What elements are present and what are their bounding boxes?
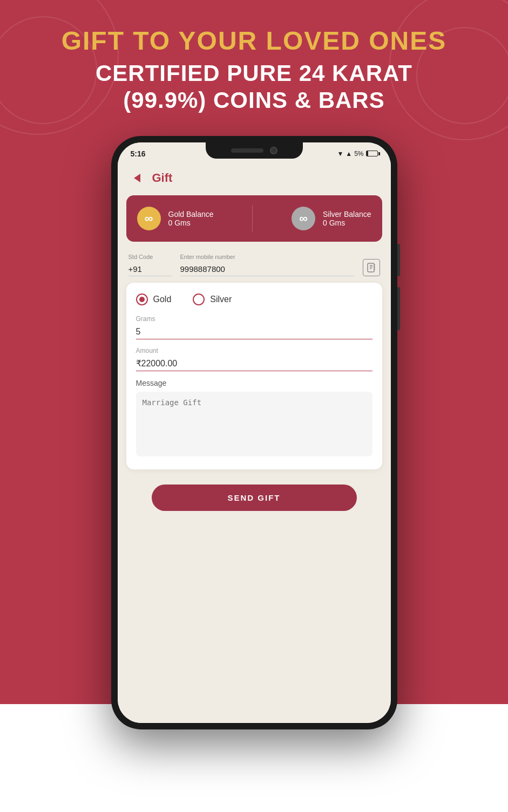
svg-rect-0 — [368, 263, 374, 272]
phone-wrapper: 5:16 ▼ ▲ 5% Gift — [0, 136, 508, 729]
gold-radio-outer — [136, 294, 148, 305]
gold-radio-item[interactable]: Gold — [136, 294, 172, 305]
balance-divider — [252, 205, 253, 232]
std-code-wrapper: Std Code — [128, 254, 172, 276]
gold-radio-label: Gold — [153, 295, 172, 304]
back-button[interactable] — [128, 169, 146, 187]
battery-percent: 5% — [354, 150, 363, 158]
phone-screen: 5:16 ▼ ▲ 5% Gift — [118, 142, 391, 723]
notch-camera — [270, 147, 277, 154]
gift-options-card: Gold Silver Grams — [126, 283, 382, 469]
grams-field: Grams — [136, 315, 372, 339]
mobile-label: Enter mobile number — [180, 254, 354, 260]
side-button-volume — [397, 244, 400, 276]
top-nav: Gift — [118, 163, 391, 191]
signal-icon: ▲ — [346, 150, 352, 158]
wifi-icon: ▼ — [337, 150, 343, 158]
std-code-input[interactable] — [128, 262, 172, 276]
send-button-wrapper: SEND GIFT — [118, 476, 391, 522]
gold-infinity-symbol: ∞ — [145, 211, 153, 226]
grams-input[interactable] — [136, 325, 372, 339]
amount-input[interactable] — [136, 357, 372, 371]
phone-notch — [206, 142, 303, 159]
page-title: Gift — [152, 171, 173, 185]
silver-balance-label: Silver Balance — [323, 210, 371, 219]
status-time: 5:16 — [131, 149, 146, 158]
contact-book-icon[interactable] — [363, 259, 380, 276]
message-textarea[interactable] — [136, 392, 372, 456]
battery-icon — [366, 151, 378, 156]
balance-card: ∞ Gold Balance 0 Gms ∞ Silver Bal — [126, 195, 382, 242]
gold-balance-text: Gold Balance 0 Gms — [168, 210, 214, 227]
silver-infinity-symbol: ∞ — [299, 211, 308, 226]
back-chevron-icon — [134, 174, 140, 182]
std-code-label: Std Code — [128, 254, 172, 260]
silver-balance-icon: ∞ — [292, 207, 315, 230]
phone-form-area: Std Code Enter mobile number — [118, 246, 391, 276]
side-button-power — [397, 287, 400, 330]
message-label: Message — [136, 379, 372, 387]
phone-device: 5:16 ▼ ▲ 5% Gift — [111, 136, 397, 729]
grams-label: Grams — [136, 315, 372, 323]
silver-radio-label: Silver — [210, 295, 232, 304]
silver-balance-value: 0 Gms — [323, 219, 371, 227]
app-content: Gift ∞ Gold Balance 0 Gms — [118, 163, 391, 723]
status-icons: ▼ ▲ 5% — [337, 150, 377, 158]
amount-field: Amount — [136, 347, 372, 371]
gold-balance-value: 0 Gms — [168, 219, 214, 227]
mobile-input[interactable] — [180, 262, 354, 276]
silver-balance-item: ∞ Silver Balance 0 Gms — [292, 207, 371, 230]
gold-balance-icon: ∞ — [137, 207, 161, 230]
phone-field-group: Std Code Enter mobile number — [128, 254, 380, 276]
gold-balance-label: Gold Balance — [168, 210, 214, 219]
silver-radio-outer — [193, 294, 205, 305]
header-section: GIFT TO YOUR LOVED ONES CERTIFIED PURE 2… — [0, 0, 508, 131]
metal-radio-group: Gold Silver — [136, 294, 372, 305]
gold-balance-item: ∞ Gold Balance 0 Gms — [137, 207, 214, 230]
mobile-number-wrapper: Enter mobile number — [180, 254, 354, 276]
gold-radio-inner — [139, 297, 145, 302]
send-gift-button[interactable]: SEND GIFT — [152, 485, 357, 511]
silver-radio-item[interactable]: Silver — [193, 294, 232, 305]
header-title-line1: GIFT TO YOUR LOVED ONES — [32, 27, 476, 56]
header-subtitle-lines: CERTIFIED PURE 24 KARAT (99.9%) COINS & … — [32, 60, 476, 114]
silver-balance-text: Silver Balance 0 Gms — [323, 210, 371, 227]
amount-label: Amount — [136, 347, 372, 354]
notch-speaker — [231, 148, 263, 153]
